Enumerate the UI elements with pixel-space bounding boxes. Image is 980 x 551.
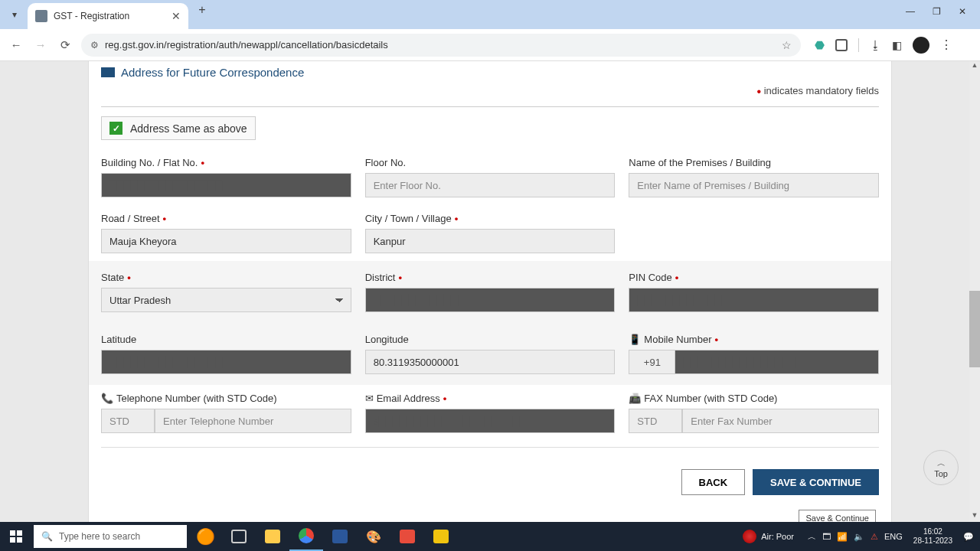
divider [101, 106, 879, 107]
app-icon[interactable] [390, 522, 424, 551]
required-icon: • [675, 272, 679, 283]
telephone-label: Telephone Number (with STD Code) [116, 393, 277, 404]
road-label: Road / Street [101, 213, 160, 224]
mobile-input[interactable] [675, 350, 879, 374]
paint-icon[interactable]: 🎨 [357, 522, 390, 551]
email-input[interactable] [365, 409, 616, 433]
address-bar: ← → ⟳ ⚙ reg.gst.gov.in/registration/auth… [0, 29, 980, 61]
longitude-input[interactable] [365, 350, 616, 374]
scroll-up-icon[interactable]: ▲ [969, 61, 980, 72]
fax-label: FAX Number (with STD Code) [644, 393, 777, 404]
floor-label: Floor No. [365, 157, 406, 168]
tab-title: GST - Registration [54, 11, 129, 21]
city-input[interactable] [365, 229, 616, 253]
back-button[interactable]: BACK [681, 469, 746, 495]
sidepanel-icon[interactable]: ◧ [892, 39, 902, 51]
taskbar-search[interactable]: 🔍 Type here to search [34, 525, 187, 548]
required-icon: • [715, 334, 719, 345]
volume-icon[interactable]: 🔈 [854, 532, 864, 542]
section-heading-text: Address for Future Correspondence [121, 66, 304, 79]
road-input[interactable] [101, 229, 351, 253]
notifications-icon[interactable]: 💬 [963, 532, 974, 542]
search-icon: 🔍 [41, 531, 53, 542]
state-select[interactable]: Uttar Pradesh [101, 288, 351, 312]
form-row: 📞 Telephone Number (with STD Code) ✉ Ema… [89, 385, 891, 441]
required-icon: • [455, 213, 459, 224]
pin-label: PIN Code [629, 272, 671, 283]
scroll-to-top-button[interactable]: ︿ Top [923, 450, 959, 485]
maximize-icon[interactable]: ❐ [929, 6, 943, 17]
word-icon[interactable] [323, 522, 357, 551]
page-viewport: Address for Future Correspondence • indi… [0, 61, 980, 522]
menu-icon[interactable]: ⋮ [940, 37, 952, 52]
new-tab-button[interactable]: + [191, 3, 213, 17]
tab-list-dropdown[interactable]: ▾ [5, 3, 24, 26]
city-label: City / Town / Village [365, 213, 452, 224]
chrome-icon[interactable] [289, 522, 323, 551]
minimize-icon[interactable]: — [903, 6, 917, 17]
district-select[interactable]: ████████████ [365, 288, 616, 312]
site-settings-icon[interactable]: ⚙ [90, 40, 99, 51]
url-input[interactable]: ⚙ reg.gst.gov.in/registration/auth/newap… [81, 34, 801, 57]
required-icon: • [398, 272, 402, 283]
wifi-icon[interactable]: 📶 [837, 532, 848, 542]
battery-icon[interactable]: 🗔 [822, 532, 831, 541]
telephone-input[interactable] [155, 409, 351, 433]
required-icon: • [127, 272, 131, 283]
language-indicator[interactable]: ENG [884, 532, 903, 541]
premises-input[interactable] [629, 173, 879, 197]
close-window-icon[interactable]: ✕ [956, 6, 969, 17]
save-continue-button[interactable]: SAVE & CONTINUE [753, 469, 879, 495]
scroll-down-icon[interactable]: ▼ [969, 511, 980, 522]
fax-icon: 📠 [629, 393, 641, 404]
reload-icon[interactable]: ⟳ [57, 38, 74, 52]
window-controls: — ❐ ✕ [903, 3, 975, 17]
weather-icon [743, 530, 756, 543]
form-row: Building No. / Flat No.• Floor No. Name … [89, 149, 891, 205]
form-actions: BACK SAVE & CONTINUE [89, 454, 891, 498]
task-view-icon[interactable] [222, 522, 256, 551]
downloads-icon[interactable]: ⭳ [870, 38, 881, 51]
required-icon: • [443, 393, 447, 404]
start-button[interactable] [0, 522, 32, 551]
fax-input[interactable] [682, 409, 879, 433]
windows-taskbar: 🔍 Type here to search 🟠 🎨 Air: Poor ︿ 🗔 … [0, 522, 980, 551]
telephone-std-input[interactable] [101, 409, 155, 433]
profile-avatar[interactable] [913, 37, 929, 54]
bookmark-icon[interactable]: ☆ [782, 39, 792, 51]
back-icon[interactable]: ← [8, 38, 24, 51]
svg-rect-1 [17, 530, 22, 536]
browser-tab[interactable]: GST - Registration ✕ [28, 3, 188, 29]
extension-icon[interactable]: ⬣ [815, 38, 825, 52]
tray-chevron-icon[interactable]: ︿ [808, 531, 816, 543]
pin-input[interactable] [629, 288, 879, 312]
fax-std-input[interactable] [629, 409, 682, 433]
state-label: State [101, 272, 124, 283]
floor-input[interactable] [365, 173, 616, 197]
favicon [35, 10, 47, 22]
district-label: District [365, 272, 396, 283]
building-input[interactable] [101, 173, 351, 197]
building-label: Building No. / Flat No. [101, 157, 198, 168]
latitude-label: Latitude [101, 334, 136, 345]
mobile-label: Mobile Number [644, 334, 711, 345]
cortana-icon[interactable]: 🟠 [188, 522, 222, 551]
latitude-input[interactable] [101, 350, 351, 374]
email-label: Email Address [377, 393, 440, 404]
same-as-above-checkbox[interactable]: ✓ Address Same as above [101, 116, 256, 140]
svg-rect-0 [10, 530, 15, 536]
mobile-prefix: +91 [629, 350, 675, 374]
divider [101, 447, 879, 448]
app-icon[interactable] [424, 522, 458, 551]
scrollbar-thumb[interactable] [969, 291, 980, 367]
vertical-scrollbar[interactable]: ▲ ▼ [969, 61, 980, 522]
extensions-icon[interactable] [835, 39, 848, 51]
file-explorer-icon[interactable] [256, 522, 289, 551]
taskbar-clock[interactable]: 16:02 28-11-2023 [909, 527, 957, 546]
weather-widget[interactable]: Air: Poor [735, 530, 802, 543]
save-tooltip: Save & Continue [799, 510, 876, 522]
search-placeholder: Type here to search [59, 531, 140, 542]
close-tab-icon[interactable]: ✕ [172, 10, 181, 22]
security-icon[interactable]: ⚠ [871, 532, 878, 542]
address-card-icon [101, 67, 115, 77]
